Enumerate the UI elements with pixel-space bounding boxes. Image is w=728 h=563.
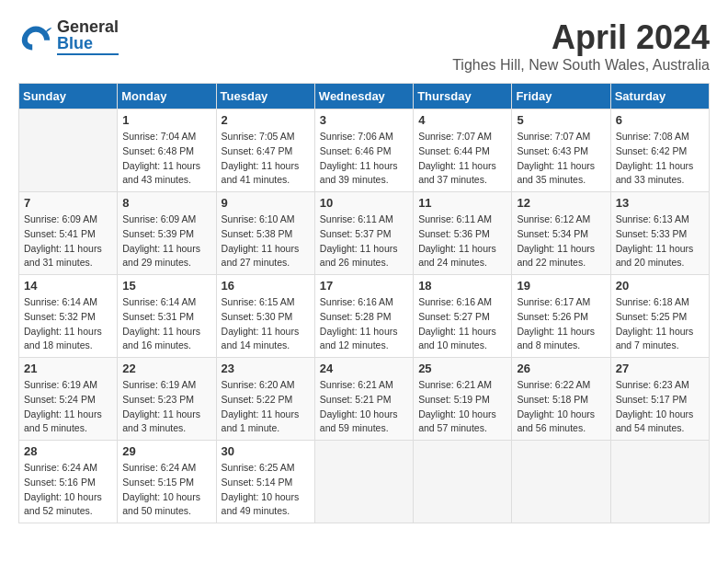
day-info: Sunrise: 6:24 AM Sunset: 5:16 PM Dayligh… [24,461,112,519]
day-number: 26 [517,362,605,375]
day-info: Sunrise: 7:06 AM Sunset: 6:46 PM Dayligh… [320,130,408,188]
day-info: Sunrise: 6:18 AM Sunset: 5:25 PM Dayligh… [616,295,704,353]
day-number: 14 [24,279,112,293]
calendar-cell: 20Sunrise: 6:18 AM Sunset: 5:25 PM Dayli… [610,275,709,358]
day-number: 7 [24,196,112,210]
calendar-cell: 26Sunrise: 6:22 AM Sunset: 5:18 PM Dayli… [512,358,610,441]
day-info: Sunrise: 6:25 AM Sunset: 5:14 PM Dayligh… [222,461,310,519]
calendar-week-row: 28Sunrise: 6:24 AM Sunset: 5:16 PM Dayli… [19,441,710,523]
logo-name: General Blue [57,18,119,55]
day-number: 12 [517,196,605,210]
calendar-cell: 10Sunrise: 6:11 AM Sunset: 5:37 PM Dayli… [314,192,413,275]
day-number: 24 [320,362,408,375]
day-info: Sunrise: 6:14 AM Sunset: 5:32 PM Dayligh… [24,295,112,353]
logo-underline [57,53,119,55]
month-title: April 2024 [452,18,710,57]
calendar-cell: 14Sunrise: 6:14 AM Sunset: 5:32 PM Dayli… [19,275,118,358]
day-number: 6 [616,113,704,127]
day-number: 22 [122,362,210,375]
calendar-cell: 8Sunrise: 6:09 AM Sunset: 5:39 PM Daylig… [118,192,216,275]
day-info: Sunrise: 6:14 AM Sunset: 5:31 PM Dayligh… [122,295,210,353]
calendar-cell: 22Sunrise: 6:19 AM Sunset: 5:23 PM Dayli… [118,358,216,441]
title-section: April 2024 Tighes Hill, New South Wales,… [452,18,710,74]
day-info: Sunrise: 6:12 AM Sunset: 5:34 PM Dayligh… [517,213,605,270]
calendar-cell: 30Sunrise: 6:25 AM Sunset: 5:14 PM Dayli… [216,441,314,523]
calendar-week-row: 7Sunrise: 6:09 AM Sunset: 5:41 PM Daylig… [19,192,710,275]
day-of-week-header: Saturday [610,84,709,109]
day-of-week-header: Monday [118,84,216,109]
calendar-week-row: 14Sunrise: 6:14 AM Sunset: 5:32 PM Dayli… [19,275,710,358]
day-number: 29 [122,444,210,458]
calendar-cell [512,441,610,523]
day-of-week-header: Thursday [414,84,512,109]
day-info: Sunrise: 6:11 AM Sunset: 5:36 PM Dayligh… [418,213,506,270]
day-of-week-header: Sunday [19,84,118,109]
day-info: Sunrise: 6:17 AM Sunset: 5:26 PM Dayligh… [517,295,605,353]
calendar-cell: 25Sunrise: 6:21 AM Sunset: 5:19 PM Dayli… [414,358,512,441]
day-number: 15 [122,279,210,293]
day-number: 20 [616,279,704,293]
day-info: Sunrise: 6:24 AM Sunset: 5:15 PM Dayligh… [122,461,210,519]
calendar-cell: 27Sunrise: 6:23 AM Sunset: 5:17 PM Dayli… [610,358,709,441]
day-number: 8 [122,196,210,210]
calendar-cell: 6Sunrise: 7:08 AM Sunset: 6:42 PM Daylig… [610,109,709,192]
day-info: Sunrise: 6:21 AM Sunset: 5:21 PM Dayligh… [320,378,408,436]
calendar-cell: 17Sunrise: 6:16 AM Sunset: 5:28 PM Dayli… [314,275,413,358]
day-info: Sunrise: 6:11 AM Sunset: 5:37 PM Dayligh… [320,213,408,270]
calendar-cell: 15Sunrise: 6:14 AM Sunset: 5:31 PM Dayli… [118,275,216,358]
day-info: Sunrise: 6:23 AM Sunset: 5:17 PM Dayligh… [616,378,704,436]
day-number: 2 [222,113,310,127]
day-number: 9 [222,196,310,210]
logo-blue-text: Blue [57,35,119,52]
day-info: Sunrise: 6:19 AM Sunset: 5:24 PM Dayligh… [24,378,112,436]
calendar-cell: 3Sunrise: 7:06 AM Sunset: 6:46 PM Daylig… [314,109,413,192]
day-info: Sunrise: 7:07 AM Sunset: 6:44 PM Dayligh… [418,130,506,188]
calendar-cell [414,441,512,523]
day-number: 16 [222,279,310,293]
calendar-cell: 24Sunrise: 6:21 AM Sunset: 5:21 PM Dayli… [314,358,413,441]
day-number: 19 [517,279,605,293]
day-info: Sunrise: 6:19 AM Sunset: 5:23 PM Dayligh… [122,378,210,436]
day-info: Sunrise: 7:05 AM Sunset: 6:47 PM Dayligh… [222,130,310,188]
calendar-cell [610,441,709,523]
calendar-cell: 19Sunrise: 6:17 AM Sunset: 5:26 PM Dayli… [512,275,610,358]
calendar-cell: 11Sunrise: 6:11 AM Sunset: 5:36 PM Dayli… [414,192,512,275]
day-number: 3 [320,113,408,127]
calendar-week-row: 1Sunrise: 7:04 AM Sunset: 6:48 PM Daylig… [19,109,710,192]
day-number: 13 [616,196,704,210]
calendar-cell: 18Sunrise: 6:16 AM Sunset: 5:27 PM Dayli… [414,275,512,358]
calendar-cell: 7Sunrise: 6:09 AM Sunset: 5:41 PM Daylig… [19,192,118,275]
calendar-cell: 1Sunrise: 7:04 AM Sunset: 6:48 PM Daylig… [118,109,216,192]
day-info: Sunrise: 7:08 AM Sunset: 6:42 PM Dayligh… [616,130,704,188]
day-number: 10 [320,196,408,210]
calendar-cell: 5Sunrise: 7:07 AM Sunset: 6:43 PM Daylig… [512,109,610,192]
day-info: Sunrise: 7:04 AM Sunset: 6:48 PM Dayligh… [122,130,210,188]
day-info: Sunrise: 6:22 AM Sunset: 5:18 PM Dayligh… [517,378,605,436]
day-number: 21 [24,362,112,375]
calendar-week-row: 21Sunrise: 6:19 AM Sunset: 5:24 PM Dayli… [19,358,710,441]
day-info: Sunrise: 6:16 AM Sunset: 5:28 PM Dayligh… [320,295,408,353]
day-of-week-header: Tuesday [216,84,314,109]
day-info: Sunrise: 6:09 AM Sunset: 5:39 PM Dayligh… [122,213,210,270]
day-number: 27 [616,362,704,375]
calendar-cell: 21Sunrise: 6:19 AM Sunset: 5:24 PM Dayli… [19,358,118,441]
day-number: 30 [222,444,310,458]
day-info: Sunrise: 7:07 AM Sunset: 6:43 PM Dayligh… [517,130,605,188]
day-number: 28 [24,444,112,458]
day-info: Sunrise: 6:13 AM Sunset: 5:33 PM Dayligh… [616,213,704,270]
calendar-cell: 9Sunrise: 6:10 AM Sunset: 5:38 PM Daylig… [216,192,314,275]
day-number: 11 [418,196,506,210]
calendar-cell [314,441,413,523]
day-info: Sunrise: 6:20 AM Sunset: 5:22 PM Dayligh… [222,378,310,436]
logo: General Blue [18,18,119,55]
location: Tighes Hill, New South Wales, Australia [452,57,710,74]
day-number: 23 [222,362,310,375]
calendar-header-row: SundayMondayTuesdayWednesdayThursdayFrid… [19,84,710,109]
calendar-cell [19,109,118,192]
day-number: 5 [517,113,605,127]
calendar-cell: 29Sunrise: 6:24 AM Sunset: 5:15 PM Dayli… [118,441,216,523]
day-of-week-header: Wednesday [314,84,413,109]
calendar-table: SundayMondayTuesdayWednesdayThursdayFrid… [18,83,710,523]
day-info: Sunrise: 6:16 AM Sunset: 5:27 PM Dayligh… [418,295,506,353]
day-of-week-header: Friday [512,84,610,109]
